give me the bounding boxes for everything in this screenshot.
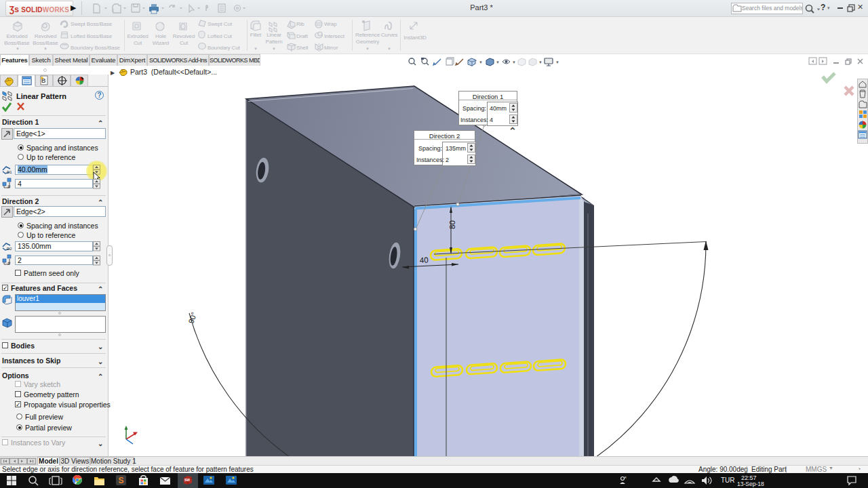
svg-text:80: 80: [448, 220, 456, 229]
svg-text:▼: ▼: [512, 60, 516, 64]
svg-text:▼: ▼: [555, 60, 559, 64]
svg-text:90°: 90°: [186, 311, 198, 325]
svg-text:#: #: [7, 184, 11, 189]
svg-text:▼: ▼: [496, 60, 500, 64]
svg-text:D2: D2: [7, 247, 12, 251]
svg-text:TUR: TUR: [721, 476, 735, 484]
svg-text:SW: SW: [184, 478, 190, 482]
svg-text:D1: D1: [7, 170, 12, 174]
svg-text:ᴿ: ᴿ: [625, 476, 627, 481]
svg-text:40: 40: [419, 256, 428, 264]
svg-text:S: S: [119, 476, 124, 485]
svg-text:▼: ▼: [538, 60, 542, 64]
svg-text:▼: ▼: [479, 60, 483, 64]
svg-text:#: #: [7, 260, 11, 266]
svg-text:13-Sep-18: 13-Sep-18: [737, 481, 764, 487]
